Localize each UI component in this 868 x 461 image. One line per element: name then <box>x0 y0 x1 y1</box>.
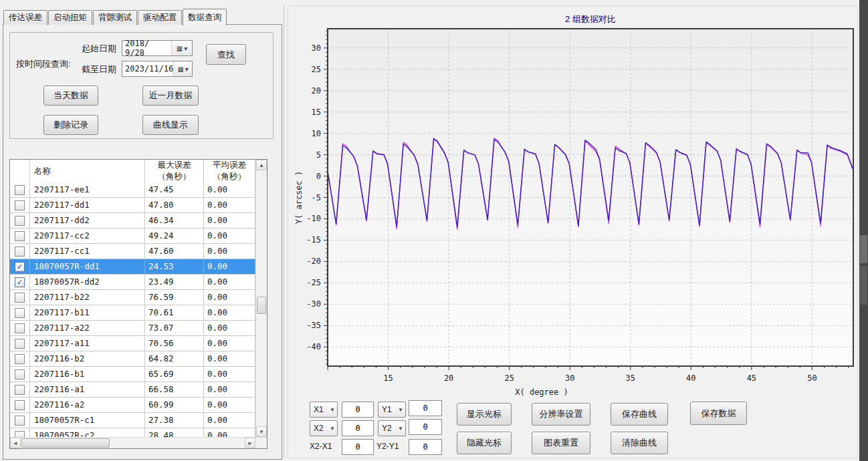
row-checkbox[interactable] <box>10 367 30 381</box>
tab-drive-config[interactable]: 驱动配置 <box>138 10 182 25</box>
row-max-error: 27.38 <box>145 413 204 428</box>
row-avg-error: 0.00 <box>204 228 255 243</box>
search-button[interactable]: 查找 <box>206 44 246 65</box>
table-row[interactable]: 2207116-b165.690.00 <box>10 367 255 382</box>
resolution-settings-button[interactable]: 分辨率设置 <box>532 403 590 426</box>
row-max-error: 46.34 <box>145 213 204 228</box>
x2-value-field[interactable] <box>342 420 374 436</box>
row-checkbox[interactable] <box>10 336 30 351</box>
row-checkbox[interactable] <box>10 228 30 243</box>
row-checkbox[interactable]: ✓ <box>10 259 30 274</box>
table-horizontal-scrollbar[interactable]: ◄ ► <box>10 437 267 448</box>
header-avg-error[interactable]: 平均误差（角秒） <box>204 160 255 182</box>
table-row[interactable]: 2207117-ee147.450.00 <box>10 182 255 198</box>
y1-cursor-select[interactable]: Y1▼ <box>378 402 406 418</box>
table-row[interactable]: 2207117-a1170.560.00 <box>10 336 255 351</box>
svg-text:-15: -15 <box>306 235 321 245</box>
header-name[interactable]: 名称 <box>30 160 145 182</box>
row-max-error: 23.49 <box>145 275 204 289</box>
last-month-data-button[interactable]: 近一月数据 <box>142 86 199 106</box>
table-row[interactable]: ✓18070057R-dd223.490.00 <box>10 275 255 290</box>
row-name: 2207117-ee1 <box>30 182 145 197</box>
row-max-error: 76.59 <box>145 290 204 305</box>
svg-text:50: 50 <box>807 373 817 383</box>
svg-text:-10: -10 <box>306 214 321 223</box>
dx-value-field[interactable] <box>342 439 374 455</box>
table-row[interactable]: 2207117-b2276.590.00 <box>10 290 255 305</box>
tab-start-torque[interactable]: 启动扭矩 <box>48 10 92 25</box>
x1-value-field[interactable] <box>342 402 374 418</box>
row-max-error: 65.69 <box>145 367 204 381</box>
save-data-button[interactable]: 保存数据 <box>690 402 747 425</box>
today-data-button[interactable]: 当天数据 <box>43 86 98 106</box>
table-row[interactable]: ✓18070057R-dd124.530.00 <box>10 259 255 275</box>
row-checkbox[interactable] <box>10 244 30 259</box>
hide-cursor-button[interactable]: 隐藏光标 <box>457 432 512 454</box>
row-checkbox[interactable] <box>10 290 30 305</box>
row-checkbox[interactable] <box>10 398 30 412</box>
table-body: 2207117-ee147.450.002207117-dd147.800.00… <box>10 182 255 438</box>
start-date-value: 2018/ 9/28 <box>122 39 171 57</box>
row-checkbox[interactable] <box>10 305 30 320</box>
vertical-scroll-thumb[interactable] <box>257 297 266 314</box>
chevron-down-icon: ▼ <box>396 426 405 432</box>
svg-text:35: 35 <box>626 373 635 383</box>
table-row[interactable]: 2207117-a2273.070.00 <box>10 321 255 336</box>
end-date-picker[interactable]: 2023/11/16 ▦▾ <box>122 61 193 77</box>
curve-display-button[interactable]: 曲线显示 <box>142 115 199 135</box>
tab-backlash-test[interactable]: 背隙测试 <box>93 10 137 25</box>
delete-record-button[interactable]: 删除记录 <box>43 115 98 135</box>
dy-value-field[interactable] <box>409 439 442 455</box>
y1-value-field[interactable] <box>409 400 442 416</box>
row-checkbox[interactable] <box>10 382 30 397</box>
tab-transmission-error[interactable]: 传达误差 <box>3 10 47 25</box>
y2-value-field[interactable] <box>409 419 442 435</box>
table-row[interactable]: 18070057R-c127.380.00 <box>10 413 255 428</box>
chart-plot[interactable]: 1520253035404550302520151050-5-10-15-20-… <box>292 5 859 400</box>
table-row[interactable]: 2207117-b1170.610.00 <box>10 305 255 321</box>
row-checkbox[interactable] <box>10 351 30 366</box>
row-avg-error: 0.00 <box>204 321 255 335</box>
save-curve-button[interactable]: 保存曲线 <box>611 403 668 426</box>
header-max-error[interactable]: 最大误差（角秒） <box>145 160 204 182</box>
screen-edge-strip <box>859 0 868 461</box>
svg-text:5: 5 <box>316 150 321 160</box>
table-row[interactable]: 2207116-a166.580.00 <box>10 382 255 398</box>
row-checkbox[interactable] <box>10 213 30 228</box>
scroll-right-icon[interactable]: ► <box>245 438 255 448</box>
table-row[interactable]: 2207117-cc249.240.00 <box>10 228 255 244</box>
row-max-error: 47.60 <box>145 244 204 259</box>
horizontal-scroll-thumb[interactable] <box>21 438 110 448</box>
show-cursor-button[interactable]: 显示光标 <box>457 403 512 426</box>
clear-curve-button[interactable]: 清除曲线 <box>611 432 668 454</box>
svg-text:-20: -20 <box>306 257 321 266</box>
table-row[interactable]: 2207117-dd147.800.00 <box>10 198 255 213</box>
row-name: 18070057R-dd2 <box>30 275 145 289</box>
chart-reset-button[interactable]: 图表重置 <box>532 432 590 454</box>
scroll-left-icon[interactable]: ◄ <box>10 438 21 448</box>
svg-text:25: 25 <box>312 65 321 74</box>
table-row[interactable]: 2207116-b264.820.00 <box>10 351 255 367</box>
table-row[interactable]: 2207117-cc147.600.00 <box>10 244 255 259</box>
row-name: 2207116-a1 <box>30 382 145 397</box>
svg-text:0: 0 <box>316 172 321 181</box>
row-checkbox[interactable] <box>10 321 30 335</box>
x2-cursor-select[interactable]: X2▼ <box>310 420 338 436</box>
row-avg-error: 0.00 <box>204 213 255 228</box>
table-row[interactable]: 2207117-dd246.340.00 <box>10 213 255 228</box>
row-checkbox[interactable] <box>10 198 30 212</box>
row-checkbox[interactable] <box>10 413 30 428</box>
row-checkbox[interactable]: ✓ <box>10 275 30 289</box>
row-max-error: 64.82 <box>145 351 204 366</box>
scroll-up-icon[interactable]: ▲ <box>256 160 267 170</box>
y2-cursor-select[interactable]: Y2▼ <box>378 420 406 436</box>
row-avg-error: 0.00 <box>204 367 255 381</box>
row-checkbox[interactable] <box>10 182 30 197</box>
x1-cursor-select[interactable]: X1▼ <box>310 402 338 418</box>
table-row[interactable]: 2207116-a260.990.00 <box>10 398 255 413</box>
row-max-error: 47.80 <box>145 198 204 212</box>
scroll-down-icon[interactable]: ▼ <box>256 426 267 437</box>
start-date-picker[interactable]: 2018/ 9/28 ▦▾ <box>122 40 193 56</box>
tab-data-query[interactable]: 数据查询 <box>183 9 227 25</box>
table-vertical-scrollbar[interactable]: ▲ ▼ <box>255 160 267 438</box>
